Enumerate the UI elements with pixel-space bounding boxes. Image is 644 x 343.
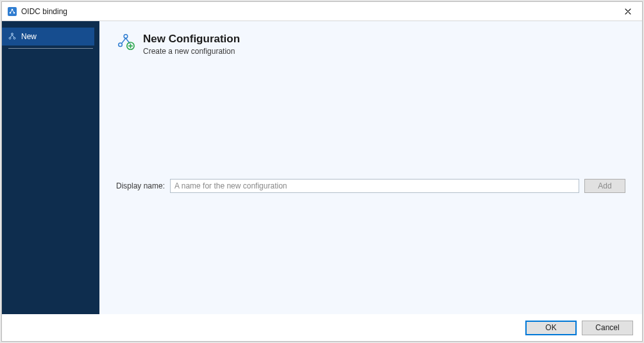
sidebar-separator bbox=[8, 48, 93, 49]
dialog-body: New New Configuration bbox=[2, 21, 642, 314]
titlebar: OIDC binding bbox=[2, 2, 642, 21]
content-header: New Configuration Create a new configura… bbox=[116, 33, 625, 56]
window-title: OIDC binding bbox=[21, 7, 67, 16]
new-config-icon bbox=[116, 33, 135, 52]
svg-point-5 bbox=[9, 37, 11, 39]
add-button[interactable]: Add bbox=[584, 179, 625, 193]
page-title: New Configuration bbox=[143, 33, 240, 46]
display-name-row: Display name: Add bbox=[116, 179, 625, 193]
sidebar: New bbox=[2, 21, 99, 314]
close-icon bbox=[625, 8, 631, 15]
tree-icon bbox=[7, 31, 17, 42]
sidebar-item-new[interactable]: New bbox=[2, 28, 94, 46]
display-name-label: Display name: bbox=[116, 181, 165, 190]
svg-point-7 bbox=[124, 35, 128, 38]
sidebar-item-label: New bbox=[21, 32, 37, 41]
content-area: New Configuration Create a new configura… bbox=[99, 21, 642, 314]
svg-rect-0 bbox=[8, 7, 17, 16]
svg-point-6 bbox=[13, 37, 15, 39]
page-subtitle: Create a new configuration bbox=[143, 47, 240, 56]
app-icon bbox=[7, 6, 17, 17]
close-button[interactable] bbox=[614, 2, 642, 21]
cancel-button[interactable]: Cancel bbox=[582, 321, 633, 335]
display-name-input[interactable] bbox=[170, 179, 579, 193]
dialog-window: OIDC binding bbox=[1, 1, 643, 342]
dialog-footer: OK Cancel bbox=[2, 314, 642, 341]
svg-point-4 bbox=[12, 33, 13, 35]
ok-button[interactable]: OK bbox=[525, 321, 577, 335]
